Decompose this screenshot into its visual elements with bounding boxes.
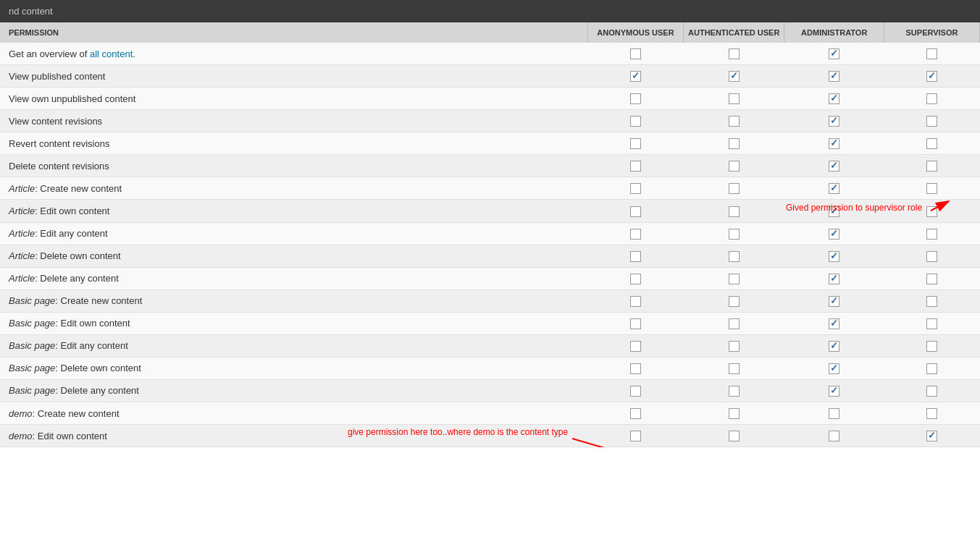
checkbox-administrator-demo-edit-own[interactable] bbox=[784, 425, 884, 447]
checkbox-authenticated-revert-content-revisions[interactable] bbox=[683, 132, 784, 155]
checkbox-anonymous-revert-content-revisions[interactable] bbox=[588, 132, 684, 155]
checkbox-input-authenticated[interactable] bbox=[729, 229, 740, 240]
checkbox-input-authenticated[interactable] bbox=[729, 116, 740, 127]
checkbox-anonymous-basic-page-edit-any[interactable] bbox=[588, 334, 684, 357]
checkbox-administrator-delete-content-revisions[interactable] bbox=[784, 155, 884, 177]
checkbox-input-administrator[interactable] bbox=[829, 363, 839, 374]
checkbox-input-supervisor[interactable] bbox=[926, 206, 937, 217]
checkbox-administrator-article-delete-own[interactable] bbox=[784, 245, 884, 267]
checkbox-input-supervisor[interactable] bbox=[926, 408, 937, 419]
checkbox-anonymous-demo-create[interactable] bbox=[588, 402, 684, 425]
checkbox-input-anonymous[interactable] bbox=[630, 161, 641, 172]
checkbox-input-supervisor[interactable] bbox=[926, 71, 937, 82]
checkbox-supervisor-view-content-revisions[interactable] bbox=[884, 110, 980, 132]
checkbox-input-anonymous[interactable] bbox=[630, 341, 641, 352]
checkbox-administrator-revert-content-revisions[interactable] bbox=[784, 132, 884, 155]
checkbox-input-anonymous[interactable] bbox=[630, 251, 641, 262]
checkbox-authenticated-basic-page-edit-own[interactable] bbox=[683, 312, 784, 334]
checkbox-input-supervisor[interactable] bbox=[926, 229, 937, 240]
checkbox-input-anonymous[interactable] bbox=[630, 296, 641, 307]
checkbox-anonymous-article-delete-any[interactable] bbox=[588, 267, 684, 289]
checkbox-administrator-basic-page-delete-own[interactable] bbox=[784, 357, 884, 379]
checkbox-authenticated-demo-edit-own[interactable] bbox=[683, 425, 784, 447]
checkbox-input-supervisor[interactable] bbox=[926, 296, 937, 307]
checkbox-input-authenticated[interactable] bbox=[729, 274, 740, 284]
checkbox-authenticated-article-delete-any[interactable] bbox=[683, 267, 784, 289]
checkbox-supervisor-basic-page-delete-own[interactable] bbox=[884, 357, 980, 379]
checkbox-input-anonymous[interactable] bbox=[630, 386, 641, 397]
checkbox-input-administrator[interactable] bbox=[829, 206, 839, 217]
checkbox-input-administrator[interactable] bbox=[829, 116, 839, 127]
checkbox-anonymous-basic-page-create[interactable] bbox=[588, 289, 684, 312]
checkbox-anonymous-article-edit-any[interactable] bbox=[588, 222, 684, 245]
checkbox-input-anonymous[interactable] bbox=[630, 116, 641, 127]
checkbox-input-authenticated[interactable] bbox=[729, 296, 740, 307]
checkbox-input-supervisor[interactable] bbox=[926, 431, 937, 441]
checkbox-authenticated-basic-page-delete-own[interactable] bbox=[683, 357, 784, 379]
checkbox-input-supervisor[interactable] bbox=[926, 363, 937, 374]
checkbox-input-authenticated[interactable] bbox=[729, 318, 740, 329]
checkbox-anonymous-basic-page-delete-own[interactable] bbox=[588, 357, 684, 379]
checkbox-input-supervisor[interactable] bbox=[926, 48, 937, 59]
checkbox-input-administrator[interactable] bbox=[829, 183, 839, 194]
checkbox-input-administrator[interactable] bbox=[829, 274, 839, 284]
checkbox-input-authenticated[interactable] bbox=[729, 408, 740, 419]
checkbox-anonymous-basic-page-delete-any[interactable] bbox=[588, 379, 684, 402]
checkbox-anonymous-view-content-revisions[interactable] bbox=[588, 110, 684, 132]
checkbox-input-anonymous[interactable] bbox=[630, 71, 641, 82]
checkbox-input-supervisor[interactable] bbox=[926, 93, 937, 104]
checkbox-administrator-basic-page-edit-any[interactable] bbox=[784, 334, 884, 357]
checkbox-input-authenticated[interactable] bbox=[729, 161, 740, 172]
checkbox-administrator-basic-page-edit-own[interactable] bbox=[784, 312, 884, 334]
checkbox-administrator-article-create[interactable] bbox=[784, 177, 884, 200]
checkbox-input-anonymous[interactable] bbox=[630, 93, 641, 104]
checkbox-authenticated-article-delete-own[interactable] bbox=[683, 245, 784, 267]
checkbox-input-anonymous[interactable] bbox=[630, 206, 641, 217]
checkbox-administrator-article-edit-any[interactable] bbox=[784, 222, 884, 245]
checkbox-anonymous-article-delete-own[interactable] bbox=[588, 245, 684, 267]
checkbox-input-anonymous[interactable] bbox=[630, 138, 641, 149]
checkbox-supervisor-basic-page-edit-own[interactable] bbox=[884, 312, 980, 334]
checkbox-input-authenticated[interactable] bbox=[729, 93, 740, 104]
checkbox-input-supervisor[interactable] bbox=[926, 341, 937, 352]
checkbox-supervisor-delete-content-revisions[interactable] bbox=[884, 155, 980, 177]
checkbox-supervisor-article-create[interactable] bbox=[884, 177, 980, 200]
checkbox-authenticated-view-published[interactable] bbox=[683, 65, 784, 88]
checkbox-input-administrator[interactable] bbox=[829, 229, 839, 240]
checkbox-input-authenticated[interactable] bbox=[729, 71, 740, 82]
checkbox-input-administrator[interactable] bbox=[829, 251, 839, 262]
checkbox-administrator-basic-page-delete-any[interactable] bbox=[784, 379, 884, 402]
checkbox-input-administrator[interactable] bbox=[829, 138, 839, 149]
checkbox-input-anonymous[interactable] bbox=[630, 48, 641, 59]
checkbox-input-anonymous[interactable] bbox=[630, 318, 641, 329]
checkbox-input-authenticated[interactable] bbox=[729, 206, 740, 217]
checkbox-input-anonymous[interactable] bbox=[630, 274, 641, 284]
checkbox-input-administrator[interactable] bbox=[829, 341, 839, 352]
checkbox-input-anonymous[interactable] bbox=[630, 229, 641, 240]
checkbox-input-supervisor[interactable] bbox=[926, 183, 937, 194]
checkbox-supervisor-view-own-unpublished[interactable] bbox=[884, 88, 980, 110]
checkbox-input-authenticated[interactable] bbox=[729, 251, 740, 262]
checkbox-authenticated-view-content-revisions[interactable] bbox=[683, 110, 784, 132]
checkbox-input-anonymous[interactable] bbox=[630, 431, 641, 441]
checkbox-administrator-get-overview[interactable] bbox=[784, 43, 884, 65]
checkbox-input-supervisor[interactable] bbox=[926, 116, 937, 127]
checkbox-input-supervisor[interactable] bbox=[926, 251, 937, 262]
checkbox-input-authenticated[interactable] bbox=[729, 48, 740, 59]
checkbox-supervisor-basic-page-edit-any[interactable] bbox=[884, 334, 980, 357]
checkbox-supervisor-get-overview[interactable] bbox=[884, 43, 980, 65]
checkbox-administrator-basic-page-create[interactable] bbox=[784, 289, 884, 312]
checkbox-supervisor-article-delete-any[interactable] bbox=[884, 267, 980, 289]
checkbox-anonymous-article-create[interactable] bbox=[588, 177, 684, 200]
checkbox-anonymous-demo-edit-own[interactable] bbox=[588, 425, 684, 447]
checkbox-supervisor-revert-content-revisions[interactable] bbox=[884, 132, 980, 155]
checkbox-input-authenticated[interactable] bbox=[729, 363, 740, 374]
checkbox-input-administrator[interactable] bbox=[829, 71, 839, 82]
checkbox-supervisor-article-delete-own[interactable] bbox=[884, 245, 980, 267]
checkbox-anonymous-view-published[interactable] bbox=[588, 65, 684, 88]
checkbox-anonymous-delete-content-revisions[interactable] bbox=[588, 155, 684, 177]
checkbox-supervisor-basic-page-delete-any[interactable] bbox=[884, 379, 980, 402]
checkbox-authenticated-view-own-unpublished[interactable] bbox=[683, 88, 784, 110]
checkbox-supervisor-demo-edit-own[interactable] bbox=[884, 425, 980, 447]
checkbox-anonymous-basic-page-edit-own[interactable] bbox=[588, 312, 684, 334]
